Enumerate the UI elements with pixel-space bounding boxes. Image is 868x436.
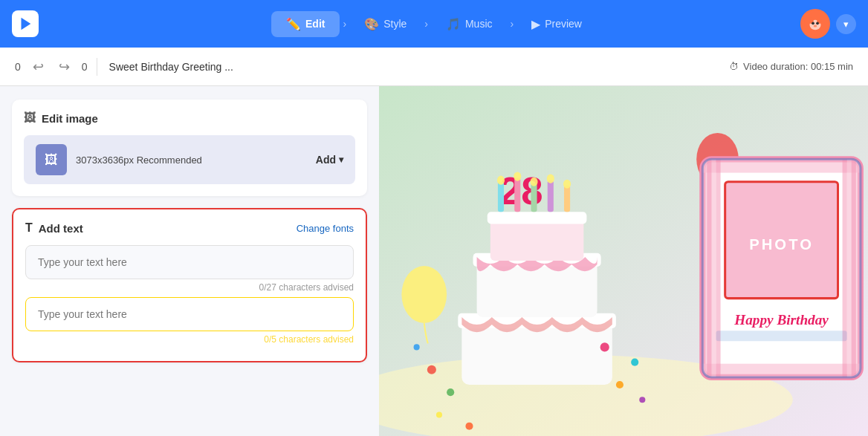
svg-point-30: [616, 381, 624, 388]
image-slot: 🖼 3073x3636px Recommended Add ▾: [24, 135, 355, 184]
image-thumb-icon: 🖼: [45, 152, 58, 168]
nav-step-music-label: Music: [465, 18, 493, 30]
project-title: Sweet Birthday Greeting ...: [109, 61, 233, 73]
add-label: Add: [316, 154, 336, 166]
svg-rect-47: [843, 159, 847, 377]
svg-rect-46: [716, 159, 721, 377]
nav-step-edit-label: Edit: [305, 18, 325, 30]
image-thumbnail: 🖼: [36, 144, 67, 175]
add-text-title: Add text: [39, 222, 83, 235]
text-input-group-1: 0/27 characters advised: [25, 245, 354, 293]
image-icon: 🖼: [24, 111, 36, 125]
svg-point-6: [816, 22, 819, 25]
change-fonts-button[interactable]: Change fonts: [297, 223, 354, 234]
style-icon: 🎨: [364, 17, 379, 31]
logo-area[interactable]: [12, 10, 39, 37]
svg-marker-0: [22, 18, 31, 30]
undo-button[interactable]: ↩: [30, 56, 47, 78]
text-input-1[interactable]: [25, 245, 354, 279]
svg-point-24: [547, 175, 554, 183]
duration-text: Video duration: 00:15 min: [743, 61, 853, 72]
clock-icon: ⏱: [729, 61, 739, 72]
nav-steps: ✏️ Edit › 🎨 Style › 🎵 Music › ▶ Preview: [271, 11, 597, 37]
svg-rect-19: [514, 178, 520, 212]
redo-button[interactable]: ↪: [56, 56, 73, 78]
edit-image-header: 🖼 Edit image: [24, 111, 355, 125]
preview-icon: ▶: [531, 17, 540, 31]
nav-step-preview-label: Preview: [545, 18, 582, 30]
text-input-2[interactable]: [25, 297, 354, 331]
svg-point-33: [436, 411, 442, 417]
text-section-header: T Add text Change fonts: [25, 221, 354, 235]
text-icon: T: [25, 221, 33, 235]
nav-step-music[interactable]: 🎵 Music: [431, 11, 508, 37]
chevron-3: ›: [508, 18, 517, 30]
undo-count: 0: [15, 61, 21, 73]
video-duration: ⏱ Video duration: 00:15 min: [729, 61, 853, 72]
edit-image-title: Edit image: [42, 112, 98, 125]
char-count-2: 0/5 characters advised: [25, 334, 354, 345]
logo-icon: [12, 10, 39, 37]
user-avatar[interactable]: [800, 9, 830, 39]
svg-point-20: [514, 172, 521, 181]
svg-rect-23: [548, 180, 554, 212]
svg-rect-48: [852, 159, 856, 377]
svg-rect-15: [488, 212, 587, 224]
add-text-section: T Add text Change fonts 0/27 characters …: [12, 208, 367, 362]
text-input-group-2: 0/5 characters advised: [25, 297, 354, 345]
svg-text:Happy Birthday: Happy Birthday: [733, 312, 829, 328]
user-menu-button[interactable]: ▾: [836, 14, 856, 34]
svg-point-27: [427, 365, 436, 374]
svg-point-29: [414, 344, 420, 350]
edit-image-section: 🖼 Edit image 🖼 3073x3636px Recommended A…: [12, 100, 367, 196]
nav-step-preview[interactable]: ▶ Preview: [516, 11, 597, 37]
toolbar: 0 ↩ ↪ 0 Sweet Birthday Greeting ... ⏱ Vi…: [0, 48, 868, 86]
nav-step-style[interactable]: 🎨 Style: [349, 11, 421, 37]
svg-rect-17: [498, 182, 504, 212]
svg-point-18: [497, 176, 505, 185]
svg-point-26: [563, 180, 571, 189]
svg-rect-44: [702, 364, 861, 377]
text-section-title-group: T Add text: [25, 221, 83, 235]
left-panel: 🖼 Edit image 🖼 3073x3636px Recommended A…: [0, 86, 379, 436]
add-image-button[interactable]: Add ▾: [316, 154, 343, 166]
main-content: 🖼 Edit image 🖼 3073x3636px Recommended A…: [0, 86, 868, 436]
svg-point-36: [401, 266, 447, 323]
toolbar-separator: [97, 58, 97, 76]
svg-point-5: [812, 22, 814, 25]
svg-rect-52: [716, 331, 847, 341]
svg-point-34: [631, 359, 638, 366]
svg-rect-21: [531, 183, 537, 212]
svg-point-31: [639, 397, 645, 403]
preview-canvas: 28: [379, 86, 868, 436]
char-count-1: 0/27 characters advised: [25, 282, 354, 293]
chevron-2: ›: [421, 18, 431, 30]
music-icon: 🎵: [446, 17, 461, 31]
svg-point-32: [600, 342, 609, 351]
chevron-1: ›: [340, 18, 349, 30]
svg-point-7: [814, 25, 817, 27]
svg-point-22: [530, 178, 537, 186]
edit-icon: ✏️: [286, 17, 301, 31]
svg-rect-45: [707, 159, 711, 377]
right-panel: 28: [379, 86, 868, 436]
image-recommended-text: 3073x3636px Recommended: [76, 154, 307, 166]
redo-count: 0: [82, 61, 88, 73]
svg-rect-25: [564, 186, 570, 212]
nav-right: ▾: [800, 9, 856, 39]
add-chevron-icon: ▾: [339, 154, 343, 165]
svg-text:PHOTO: PHOTO: [749, 236, 814, 253]
nav-step-edit[interactable]: ✏️ Edit: [271, 11, 340, 37]
svg-point-35: [465, 423, 473, 430]
svg-point-28: [447, 388, 454, 396]
top-navigation: ✏️ Edit › 🎨 Style › 🎵 Music › ▶ Preview: [0, 0, 868, 48]
chevron-down-icon: ▾: [843, 19, 849, 30]
nav-step-style-label: Style: [383, 18, 407, 30]
svg-rect-43: [702, 159, 861, 172]
